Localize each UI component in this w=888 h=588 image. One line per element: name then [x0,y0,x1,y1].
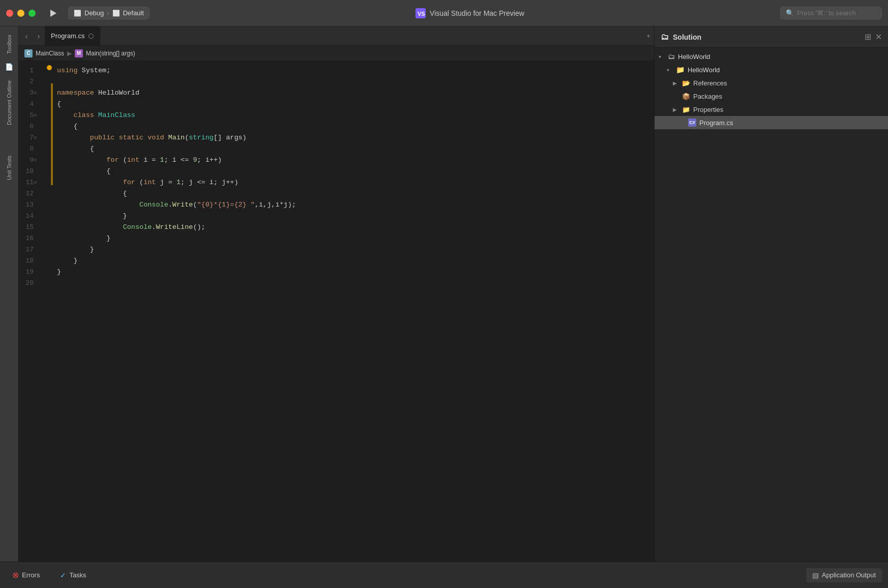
solution-tree: ▾ 🗂 HelloWorld ▾ 📁 HelloWorld ▶ 📂 Refere… [655,48,888,562]
line-num-4: 4 [18,99,38,110]
line-num-20: 20 [18,278,38,289]
tree-item-project[interactable]: ▾ 📁 HelloWorld [655,63,888,76]
code-editor[interactable]: 1 2 3 ⊟ 4 5 ⊟ 6 7 ⊟ 8 9 ⊟ 10 11 ⊟ 12 13 … [18,61,654,562]
sidebar-item-toolbox[interactable]: Toolbox [4,31,14,58]
line-num-7: 7 ⊟ [18,132,38,143]
line-num-3: 3 ⊟ [18,87,38,99]
debug-label: Debug [84,9,104,17]
code-line-18: } [57,255,647,267]
breadcrumb-method[interactable]: Main(string[] args) [86,50,135,57]
code-line-6: { [57,121,647,132]
close-button[interactable] [6,10,13,17]
code-line-4: { [57,99,647,110]
sidebar-item-document[interactable]: 📄 [2,60,16,74]
tree-item-program-cs[interactable]: ▶ C# Program.cs [655,116,888,129]
tasks-label: Tasks [69,571,86,579]
line-num-10: 10 [18,166,38,177]
solution-title: 🗂 Solution [661,33,701,42]
line-num-12: 12 [18,188,38,199]
tree-item-solution[interactable]: ▾ 🗂 HelloWorld [655,50,888,63]
maximize-button[interactable] [28,10,36,17]
minimize-button[interactable] [17,10,24,17]
project-folder-icon: 📁 [676,66,685,74]
breadcrumb-class[interactable]: MainClass [36,50,64,57]
tasks-icon: ✓ [60,571,66,579]
line-num-17: 17 [18,244,38,255]
line-num-18: 18 [18,255,38,267]
line-num-15: 15 [18,222,38,233]
code-line-12: { [57,188,647,199]
title-bar: ⬜ Debug › ⬜ Default VS Visual Studio for… [0,0,888,26]
run-button[interactable] [44,6,62,20]
sidebar-item-unit-tests[interactable]: Unit Tests [4,152,14,184]
tasks-tab[interactable]: ✓ Tasks [54,568,92,582]
title-center: VS Visual Studio for Mac Preview [160,8,780,18]
app-title: Visual Studio for Mac Preview [430,9,524,17]
tile-view-icon[interactable]: ⊞ [865,32,871,42]
class-icon: C [24,49,33,57]
solution-header: 🗂 Solution ⊞ ✕ [655,26,888,48]
sidebar-item-document-label[interactable]: Document Outline [4,76,14,129]
solution-actions: ⊞ ✕ [865,32,882,42]
project-expand-icon: ▾ [667,67,673,73]
properties-folder-icon: 📁 [682,106,690,113]
code-line-1: using System; [57,65,647,76]
output-icon: ▤ [812,571,819,579]
solution-panel: 🗂 Solution ⊞ ✕ ▾ 🗂 HelloWorld ▾ 📁 HelloW… [654,26,888,562]
gutter [44,61,53,562]
program-cs-label: Program.cs [699,119,733,127]
solution-icon: 🗂 [668,52,675,61]
tree-item-references[interactable]: ▶ 📂 References [655,76,888,90]
line-num-13: 13 [18,199,38,211]
properties-label: Properties [693,106,723,113]
editor-area: ‹ › Program.cs ▾ C MainClass ▶ M Main(st… [18,26,654,562]
tab-dot [88,34,94,39]
bottom-bar: ⊗ Errors ✓ Tasks ▤ Application Output [0,562,888,588]
code-line-10: { [57,166,647,177]
references-label: References [693,79,727,87]
code-content[interactable]: using System; namespace HelloWorld { cla… [53,61,647,562]
back-arrow[interactable]: ‹ [20,30,33,42]
tab-program-cs[interactable]: Program.cs [45,26,100,45]
errors-icon: ⊗ [12,570,19,580]
scrollbar[interactable] [647,61,654,562]
method-icon: M [75,49,83,57]
line-num-6: 6 [18,121,38,132]
cs-file-icon: C# [688,119,696,127]
close-solution-icon[interactable]: ✕ [875,32,882,42]
code-line-19: } [57,267,647,278]
line-num-5: 5 ⊟ [18,110,38,121]
search-icon: 🔍 [786,9,794,17]
line-num-1: 1 [18,65,38,76]
tree-item-properties[interactable]: ▶ 📁 Properties [655,103,888,116]
main-content: Toolbox 📄 Document Outline Unit Tests ‹ … [0,26,888,562]
breakpoint-marker [47,65,52,70]
debug-config[interactable]: ⬜ Debug › ⬜ Default [68,7,150,19]
line-num-16: 16 [18,233,38,244]
tree-item-packages[interactable]: ▶ 📦 Packages [655,90,888,103]
search-bar[interactable]: 🔍 Press '⌘.' to search [780,7,882,19]
line-num-2: 2 [18,76,38,87]
line-num-14: 14 [18,211,38,222]
breadcrumb: C MainClass ▶ M Main(string[] args) [18,46,654,61]
line-num-9: 9 ⊟ [18,155,38,166]
code-line-16: } [57,233,647,244]
packages-label: Packages [693,93,722,100]
references-expand-icon: ▶ [673,80,679,86]
output-tab[interactable]: ▤ Application Output [806,568,882,582]
svg-text:VS: VS [418,11,425,17]
code-line-13: Console.Write("{0}*{1}={2} ",i,j,i*j); [57,199,647,211]
code-line-8: { [57,143,647,155]
tab-overflow-arrow[interactable]: ▾ [647,33,650,40]
left-sidebar: Toolbox 📄 Document Outline Unit Tests [0,26,18,562]
code-line-15: Console.WriteLine(); [57,222,647,233]
forward-arrow[interactable]: › [33,30,45,42]
code-line-17: } [57,244,647,255]
output-label: Application Output [822,571,876,579]
code-line-7: public static void Main(string[] args) [57,132,647,143]
tab-label: Program.cs [51,32,84,40]
code-line-5: class MainClass [57,110,647,121]
line-numbers: 1 2 3 ⊟ 4 5 ⊟ 6 7 ⊟ 8 9 ⊟ 10 11 ⊟ 12 13 … [18,61,44,562]
line-num-8: 8 [18,143,38,155]
errors-tab[interactable]: ⊗ Errors [6,567,46,583]
